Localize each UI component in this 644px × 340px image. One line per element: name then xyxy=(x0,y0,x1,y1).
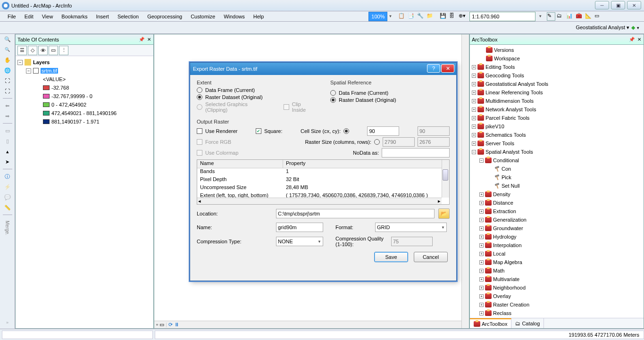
tb-icon[interactable] xyxy=(350,12,358,21)
select-elements-icon[interactable]: ▴ xyxy=(3,147,12,156)
radio-rastersize[interactable] xyxy=(374,139,380,145)
html-popup-icon[interactable]: 💬 xyxy=(3,193,12,201)
menu-edit[interactable]: Edit xyxy=(21,13,37,20)
location-input[interactable] xyxy=(276,209,435,218)
zoom-in-icon[interactable]: 🔍 xyxy=(3,35,12,43)
tool-item[interactable]: Con xyxy=(471,165,643,173)
pin-icon[interactable]: 📌 xyxy=(138,36,145,43)
toolbox-group[interactable]: +Multidimension Tools xyxy=(471,97,643,105)
toolbox-group-spatial-analyst[interactable]: −Spatial Analyst Tools xyxy=(471,148,643,156)
geostat-label[interactable]: Geostatistical Analyst ▾ xyxy=(576,25,629,31)
scrollbar-vertical[interactable] xyxy=(461,34,469,328)
tb-icon[interactable] xyxy=(293,12,301,21)
expand-icon[interactable]: + xyxy=(479,192,484,197)
expand-icon[interactable]: + xyxy=(472,124,476,129)
full-extent-icon[interactable]: 🌐 xyxy=(3,66,12,75)
pan-icon[interactable]: ✋ xyxy=(3,56,12,64)
fixed-zoom-out-icon[interactable]: ⛶ xyxy=(3,87,12,95)
format-select[interactable]: GRID▼ xyxy=(375,223,447,232)
toolset-item[interactable]: +Groundwater xyxy=(471,224,643,232)
toolset-conditional[interactable]: −Conditional xyxy=(471,156,643,165)
back-icon[interactable]: ⬅ xyxy=(3,101,12,110)
pointer-icon[interactable]: ➤ xyxy=(3,158,12,166)
scrollbar-horizontal[interactable]: ▫ ▭ | ⟳ ⏸ xyxy=(154,321,461,328)
toolset-item[interactable]: +Distance xyxy=(471,199,643,207)
tb-icon[interactable] xyxy=(312,12,320,21)
toolset-item[interactable]: +Map Algebra xyxy=(471,258,643,266)
expand-icon[interactable]: + xyxy=(479,260,484,265)
toolset-item[interactable]: +Reclass xyxy=(471,309,643,317)
select-features-icon[interactable]: ▭ xyxy=(3,126,12,135)
expand-icon[interactable]: + xyxy=(479,209,484,214)
toolbox-item[interactable]: Versions xyxy=(471,46,643,54)
tb-icon[interactable] xyxy=(359,12,368,21)
expand-icon[interactable]: + xyxy=(479,252,484,256)
tool-item[interactable]: Pick xyxy=(471,173,643,182)
hyperlink-icon[interactable]: ⚡ xyxy=(3,182,12,191)
tb-icon[interactable]: ▭ xyxy=(594,12,602,21)
toolset-item[interactable]: +Local xyxy=(471,249,643,258)
radio-extent-df[interactable] xyxy=(197,87,202,93)
geostat-icon[interactable]: ◆ xyxy=(631,25,635,31)
expand-icon[interactable]: + xyxy=(472,82,476,86)
data-view-icon[interactable]: ▫ xyxy=(156,322,158,328)
list-by-selection-icon[interactable]: ▭ xyxy=(49,46,58,55)
toolset-item[interactable]: +Math xyxy=(471,266,643,275)
tb-icon[interactable] xyxy=(340,12,349,21)
geostat-menu-icon[interactable]: ▾ xyxy=(637,25,639,30)
expand-icon[interactable]: + xyxy=(472,74,476,78)
nodata-input[interactable] xyxy=(382,148,450,158)
tb-icon[interactable]: 🗄 xyxy=(449,12,457,21)
expand-icon[interactable]: + xyxy=(479,294,484,299)
tb-icon[interactable]: 📁 xyxy=(426,12,435,21)
expand-icon[interactable]: + xyxy=(472,133,476,137)
tb-icon[interactable]: 🔧 xyxy=(417,12,425,21)
collapse-icon[interactable]: − xyxy=(17,60,23,65)
help-button[interactable]: ? xyxy=(427,64,440,73)
toolset-item[interactable]: +Generalization xyxy=(471,216,643,224)
map-scale[interactable] xyxy=(469,12,535,21)
menu-file[interactable]: File xyxy=(4,13,20,20)
layers-root[interactable]: Layers xyxy=(33,59,50,65)
tb-icon[interactable] xyxy=(284,12,292,21)
menu-view[interactable]: View xyxy=(38,13,57,20)
expand-icon[interactable]: + xyxy=(472,116,476,120)
toolset-item[interactable]: +Extraction xyxy=(471,207,643,216)
expand-icon[interactable]: + xyxy=(479,277,484,282)
toolbox-group[interactable]: +Editing Tools xyxy=(471,63,643,71)
close-icon[interactable]: ✕ xyxy=(636,36,643,43)
tb-icon[interactable]: 📐 xyxy=(585,12,593,21)
maximize-button[interactable]: ▣ xyxy=(611,1,625,9)
expand-icon[interactable]: + xyxy=(472,91,476,95)
toolbox-group[interactable]: +Linear Referencing Tools xyxy=(471,88,643,97)
tab-catalog[interactable]: 🗂Catalog xyxy=(511,318,544,328)
tb-icon[interactable] xyxy=(274,12,283,21)
tb-icon[interactable]: 🧰 xyxy=(575,12,584,21)
expand-icon[interactable]: + xyxy=(479,226,484,231)
identify-icon[interactable]: ⓘ xyxy=(3,172,12,181)
expand-icon[interactable]: + xyxy=(479,235,484,239)
pause-icon[interactable]: ⏸ xyxy=(174,322,179,328)
expand-icon[interactable]: » xyxy=(3,318,12,327)
expand-icon[interactable]: + xyxy=(479,218,484,222)
scrollbar-vertical[interactable] xyxy=(442,160,449,198)
tb-icon[interactable]: 📋 xyxy=(398,12,406,21)
close-button[interactable]: ✕ xyxy=(627,1,641,9)
cellsize-x-input[interactable] xyxy=(367,126,399,136)
pin-icon[interactable]: 📌 xyxy=(628,36,635,43)
editor-icon[interactable]: ✎ xyxy=(547,12,555,21)
browse-folder-button[interactable]: 📂 xyxy=(438,208,450,219)
expand-icon[interactable]: + xyxy=(479,286,484,290)
toolbox-group[interactable]: +pikeV10 xyxy=(471,122,643,131)
toolset-item[interactable]: +Density xyxy=(471,190,643,199)
menu-geoprocessing[interactable]: Geoprocessing xyxy=(143,13,186,20)
tb-icon[interactable]: 📊 xyxy=(566,12,574,21)
square-checkbox[interactable]: ✔ xyxy=(256,128,261,134)
toolbox-group[interactable]: +Server Tools xyxy=(471,139,643,148)
menu-selection[interactable]: Selection xyxy=(114,13,142,20)
expand-icon[interactable]: + xyxy=(479,269,484,273)
cancel-button[interactable]: Cancel xyxy=(414,252,448,262)
radio-spref-rd[interactable] xyxy=(330,97,336,103)
tab-arctoolbox[interactable]: ArcToolbox xyxy=(470,318,511,328)
refresh-icon[interactable]: ⟳ xyxy=(168,322,173,328)
